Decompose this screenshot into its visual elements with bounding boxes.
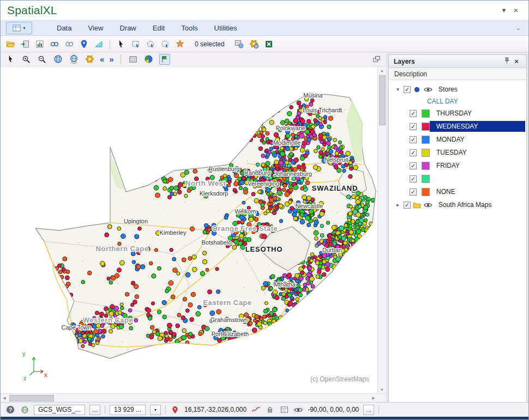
- menu-data[interactable]: Data: [49, 21, 80, 35]
- layer-checkbox[interactable]: ✓: [410, 188, 417, 196]
- layer-checkbox[interactable]: ✓: [410, 123, 417, 130]
- flag-tool-icon[interactable]: [159, 54, 170, 65]
- find-features-icon[interactable]: [64, 39, 75, 50]
- layer-item[interactable]: ✓: [389, 172, 526, 185]
- expand-collapse-icon[interactable]: ▾: [394, 87, 401, 92]
- layer-item[interactable]: ✓NONE: [389, 185, 526, 198]
- scroll-left-arrow[interactable]: ◀: [1, 394, 8, 402]
- map-viewport[interactable]: MusinaLouis TrichardtPolokwaneModimolleN…: [1, 66, 377, 393]
- map-label-province: Eastern Cape: [203, 299, 251, 307]
- collapse-window-icon[interactable]: ▾: [498, 6, 510, 14]
- select-freehand-icon[interactable]: [160, 39, 171, 50]
- layer-item[interactable]: ✓THURSDAY: [389, 107, 526, 120]
- binoculars-icon[interactable]: [49, 39, 60, 50]
- layer-checkbox[interactable]: ✓: [410, 162, 417, 169]
- layers-panel-header: Layers ×: [389, 55, 526, 68]
- layer-label[interactable]: NONE: [430, 186, 525, 197]
- zoom-extent-globe-icon[interactable]: [52, 54, 63, 65]
- visibility-eye-icon[interactable]: [423, 201, 433, 209]
- scroll-up-arrow[interactable]: ▲: [378, 66, 386, 74]
- layer-node-stores[interactable]: ▾ ✓ Stores: [389, 83, 526, 96]
- expand-collapse-icon[interactable]: ▸: [394, 202, 401, 208]
- chevrons-left-icon[interactable]: «: [100, 55, 104, 63]
- layer-checkbox[interactable]: ✓: [410, 175, 417, 182]
- tin-triangle-icon[interactable]: [93, 39, 104, 50]
- basemap-globe-icon[interactable]: [143, 54, 154, 65]
- vertical-scroll-thumb[interactable]: [379, 75, 386, 125]
- layer-item[interactable]: ✓FRIDAY: [389, 159, 526, 172]
- menu-view[interactable]: View: [80, 21, 111, 35]
- menu-utilities[interactable]: Utilities: [206, 21, 245, 35]
- scroll-down-arrow[interactable]: ▼: [378, 386, 386, 393]
- excel-icon[interactable]: [263, 39, 274, 50]
- layer-label[interactable]: THURSDAY: [430, 108, 525, 119]
- menu-draw[interactable]: Draw: [111, 21, 144, 35]
- statusbar-separator: [378, 405, 379, 414]
- layer-label[interactable]: [430, 177, 525, 180]
- layer-checkbox[interactable]: ✓: [410, 149, 417, 156]
- layer-item[interactable]: ✓WEDNESDAY: [389, 120, 526, 133]
- location-pin-icon[interactable]: [79, 39, 89, 50]
- select-polygon-icon[interactable]: [145, 39, 156, 50]
- crs-field[interactable]: GCS_WGS_...: [34, 405, 85, 415]
- select-rectangle-icon[interactable]: [130, 39, 141, 50]
- map-label-city: Welkom: [235, 208, 256, 215]
- pointer-select-icon[interactable]: [116, 39, 127, 50]
- view-eye-icon[interactable]: [293, 405, 303, 415]
- grid-icon[interactable]: [128, 54, 139, 65]
- visibility-eye-icon[interactable]: [423, 86, 433, 94]
- chart-export-icon[interactable]: [34, 39, 45, 50]
- layer-label[interactable]: FRIDAY: [430, 160, 525, 171]
- layer-checkbox[interactable]: ✓: [410, 110, 417, 117]
- crs-globe-icon[interactable]: [20, 405, 29, 415]
- layer-label[interactable]: MONDAY: [430, 134, 525, 145]
- ribbon-launcher-button[interactable]: ▾: [6, 22, 32, 34]
- folder-icon: [413, 201, 421, 209]
- stores-checkbox[interactable]: ✓: [404, 86, 411, 93]
- layer-item[interactable]: ✓MONDAY: [389, 133, 526, 146]
- menu-edit[interactable]: Edit: [145, 21, 173, 35]
- horizontal-scrollbar[interactable]: ◀ ▶: [1, 393, 386, 402]
- pin-panel-icon[interactable]: [502, 57, 512, 65]
- lock-icon[interactable]: [265, 405, 275, 415]
- map-label-city: Newcastle: [296, 203, 323, 209]
- layer-checkbox[interactable]: ✓: [410, 136, 417, 143]
- route-sketch-icon[interactable]: [251, 405, 261, 415]
- scale-dropdown-arrow[interactable]: ▾: [150, 405, 161, 415]
- horizontal-scroll-thumb[interactable]: [9, 395, 54, 401]
- coordinate-pin-icon[interactable]: [170, 405, 180, 415]
- ribbon-collapse-icon[interactable]: ⌄: [516, 25, 523, 32]
- layer-label[interactable]: WEDNESDAY: [430, 121, 525, 132]
- toolbar-separator: [121, 54, 121, 64]
- scale-combo[interactable]: 13 929 ...: [110, 405, 146, 415]
- layer-label[interactable]: TUESDAY: [430, 147, 525, 158]
- close-panel-icon[interactable]: ×: [512, 57, 521, 65]
- settings-globe-icon[interactable]: [249, 39, 260, 50]
- layer-color-swatch: [422, 188, 430, 196]
- map-label-city: Upington: [124, 218, 148, 224]
- zoom-out-icon[interactable]: [37, 54, 47, 65]
- help-icon[interactable]: ?: [5, 405, 15, 415]
- gear-icon[interactable]: [84, 54, 95, 65]
- layer-node-sa-maps[interactable]: ▸ ✓ South Africa Maps: [389, 198, 526, 211]
- call-day-group-label[interactable]: CALL DAY: [389, 96, 526, 107]
- globe-view-icon[interactable]: [68, 54, 79, 65]
- float-panel-icon[interactable]: [371, 54, 382, 65]
- console-panel-icon[interactable]: [279, 405, 289, 415]
- sa-maps-checkbox[interactable]: ✓: [404, 202, 411, 209]
- scroll-right-arrow[interactable]: ▶: [370, 394, 377, 402]
- import-data-icon[interactable]: [20, 39, 31, 50]
- attribute-table-icon[interactable]: [234, 39, 245, 50]
- cursor-tool-icon[interactable]: [5, 54, 16, 65]
- vertical-scrollbar[interactable]: ▲ ▼: [377, 66, 386, 393]
- open-file-icon[interactable]: [5, 39, 16, 50]
- rotation-more-button[interactable]: …: [363, 405, 374, 415]
- close-window-icon[interactable]: ×: [510, 5, 522, 15]
- crs-more-button[interactable]: …: [89, 405, 100, 415]
- chevrons-right-icon[interactable]: »: [109, 55, 113, 63]
- map-label-country: LESOTHO: [245, 245, 282, 253]
- menu-tools[interactable]: Tools: [173, 21, 206, 35]
- clear-selection-icon[interactable]: [175, 39, 185, 50]
- layer-item[interactable]: ✓TUESDAY: [389, 146, 526, 159]
- zoom-in-icon[interactable]: [21, 54, 32, 65]
